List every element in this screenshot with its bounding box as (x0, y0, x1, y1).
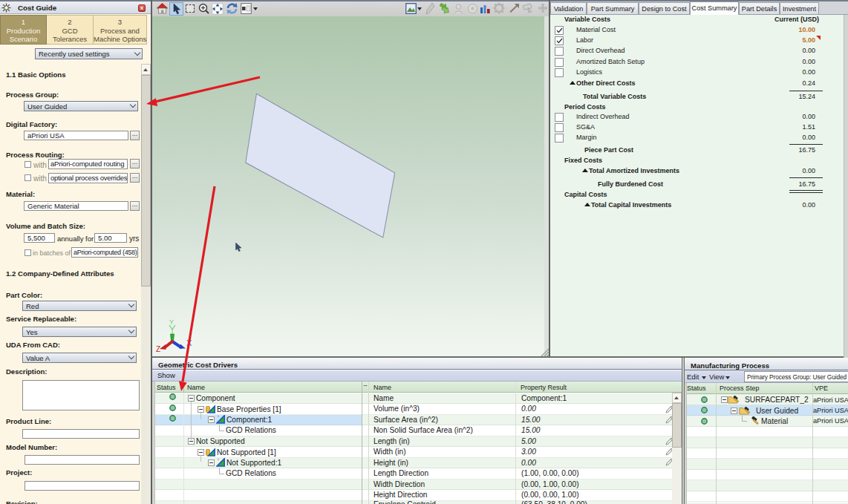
svg-text:Z: Z (156, 345, 160, 352)
svg-text:Y: Y (169, 318, 174, 326)
svg-text:X: X (186, 338, 192, 347)
